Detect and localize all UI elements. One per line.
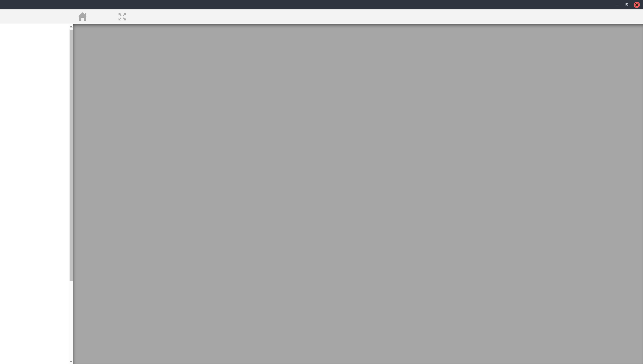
unmaximize-icon (625, 3, 629, 7)
window-unmaximize-button[interactable] (622, 0, 632, 9)
window-titlebar (0, 0, 643, 9)
scroll-down-arrow-icon[interactable] (69, 359, 73, 364)
sidebar-scrollbar-thumb[interactable] (69, 29, 73, 281)
scroll-up-arrow-icon[interactable] (69, 24, 73, 29)
clock (0, 9, 73, 24)
window-close-button[interactable] (632, 0, 642, 9)
app-header (0, 9, 643, 24)
sidebar-scrollbar[interactable] (69, 24, 73, 364)
sidebar (0, 24, 73, 364)
minimize-icon (615, 3, 619, 7)
window-title (0, 0, 643, 9)
close-icon (633, 1, 640, 8)
screens-grid (73, 24, 643, 364)
window-minimize-button[interactable] (612, 0, 622, 9)
page-title (73, 9, 643, 24)
